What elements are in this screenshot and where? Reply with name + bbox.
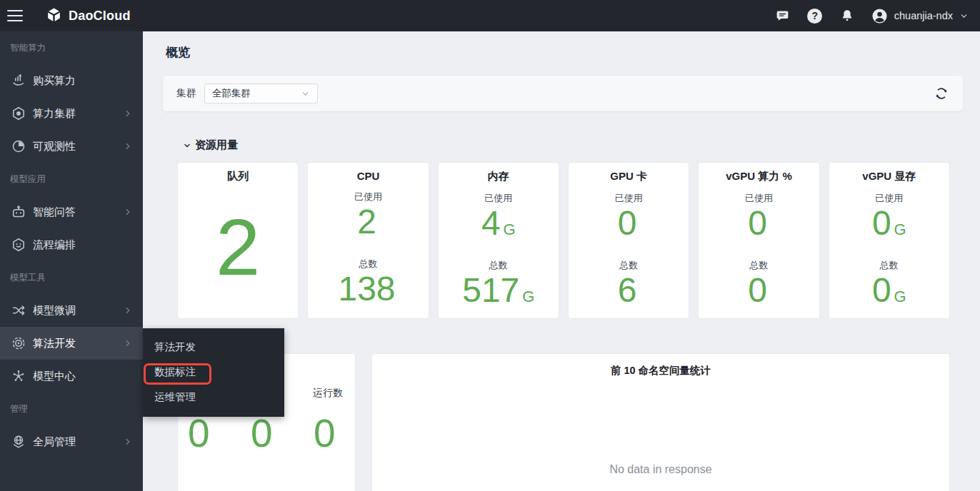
used-value: 0 (699, 206, 819, 241)
filter-bar: 集群 全部集群 (163, 76, 963, 111)
task-stat-value: 0 (251, 414, 273, 453)
used-label: 已使用 (439, 192, 559, 205)
sidebar-item-global-management[interactable]: 全局管理 (0, 425, 143, 458)
sidebar-item-algorithm-dev[interactable]: 算法开发 (0, 327, 143, 360)
chevron-right-icon (123, 437, 133, 447)
sidebar-item-label: 流程编排 (33, 238, 133, 252)
brand-name: DaoCloud (69, 9, 131, 24)
cluster-select-value: 全部集群 (212, 87, 251, 100)
total-label: 总数 (829, 259, 949, 272)
card-memory: 内存 已使用 4G 总数 517G (438, 162, 559, 319)
queue-value: 2 (178, 212, 298, 284)
daocloud-logo-icon (45, 7, 63, 25)
card-title: 内存 (439, 170, 559, 183)
sidebar-item-model-finetune[interactable]: 模型微调 (0, 294, 143, 327)
sidebar-item-label: 全局管理 (33, 435, 123, 449)
sidebar-section-management: 管理 (0, 393, 143, 425)
total-label: 总数 (569, 259, 689, 272)
chevron-down-icon (301, 89, 310, 98)
total-value: 138 (308, 272, 428, 306)
used-value: 2 (308, 205, 428, 239)
cluster-select[interactable]: 全部集群 (204, 83, 318, 103)
sidebar-item-label: 购买算力 (33, 74, 133, 88)
sidebar-item-smart-qa[interactable]: 智能问答 (0, 196, 143, 228)
used-label: 已使用 (699, 192, 819, 205)
sidebar-item-compute-cluster[interactable]: 算力集群 (0, 97, 143, 130)
used-label: 已使用 (569, 192, 689, 205)
username: chuanjia-ndx (894, 10, 953, 21)
no-data-message: No data in response (372, 463, 949, 476)
card-gpu: GPU 卡 已使用 0 总数 6 (568, 162, 689, 319)
bell-icon[interactable] (839, 8, 855, 24)
submenu-item-data-annotation[interactable]: 数据标注 (143, 360, 284, 385)
used-value: 4G (439, 206, 559, 241)
globe-icon (10, 433, 27, 450)
card-title: CPU (308, 170, 428, 182)
help-icon[interactable]: ? (807, 8, 823, 24)
algorithm-dev-submenu: 算法开发 数据标注 运维管理 (143, 328, 284, 417)
menu-icon[interactable] (7, 10, 23, 21)
sidebar-item-workflow[interactable]: 流程编排 (0, 228, 143, 261)
unit-label: G (894, 288, 906, 305)
card-title: 队列 (178, 170, 298, 183)
used-label: 已使用 (308, 191, 428, 203)
used-value: 0G (829, 206, 949, 241)
sidebar-item-buy-compute[interactable]: 购买算力 (0, 64, 143, 97)
chevron-right-icon (123, 141, 133, 151)
sidebar-item-label: 模型中心 (33, 370, 133, 383)
brand[interactable]: DaoCloud (45, 7, 131, 25)
model-hub-icon (10, 368, 27, 385)
task-stat-value: 0 (314, 414, 336, 453)
sidebar-section-model-tools: 模型工具 (0, 261, 143, 294)
card-vgpu-memory: vGPU 显存 已使用 0G 总数 0G (829, 162, 950, 319)
sidebar-item-label: 可观测性 (33, 140, 123, 153)
card-cpu: CPU 已使用 2 总数 138 (307, 162, 429, 319)
cluster-icon (10, 105, 27, 122)
sidebar-item-label: 智能问答 (33, 206, 123, 219)
chevron-down-icon (183, 141, 191, 150)
unit-label: G (894, 221, 906, 238)
total-value: 517G (439, 273, 559, 308)
sidebar-item-model-center[interactable]: 模型中心 (0, 360, 143, 393)
used-value: 0 (569, 206, 689, 241)
unit-label: G (504, 221, 516, 238)
sidebar-section-smart-compute: 智能算力 (0, 31, 143, 64)
unit-label: G (522, 288, 534, 305)
sidebar: 智能算力 购买算力 算力集群 (0, 31, 143, 491)
target-icon (10, 335, 27, 352)
chevron-down-icon (959, 11, 969, 21)
run-count-label: 运行数 (313, 387, 343, 400)
resource-section-title: 资源用量 (195, 138, 238, 152)
sidebar-section-model-apps: 模型应用 (0, 163, 143, 196)
sidebar-item-observability[interactable]: 可观测性 (0, 130, 143, 163)
chevron-right-icon (123, 305, 133, 315)
cluster-filter-label: 集群 (176, 87, 196, 100)
topbar: DaoCloud ? (0, 0, 980, 31)
submenu-item-algorithm-dev[interactable]: 算法开发 (143, 335, 284, 360)
card-title: vGPU 算力 % (699, 170, 819, 183)
avatar-icon (871, 8, 888, 24)
chevron-right-icon (123, 108, 133, 118)
refresh-icon[interactable] (934, 86, 949, 101)
total-value: 6 (569, 273, 689, 308)
resource-cards-row: 队列 2 CPU 已使用 2 总数 138 内存 已使用 4G 总数 517G … (177, 162, 950, 319)
sidebar-item-label: 模型微调 (33, 304, 123, 318)
message-icon[interactable] (775, 8, 791, 24)
sidebar-item-label: 算力集群 (33, 107, 123, 121)
resource-section-header[interactable]: 资源用量 (183, 138, 238, 152)
observability-icon (10, 138, 27, 155)
card-title: vGPU 显存 (829, 170, 949, 183)
robot-icon (10, 203, 27, 221)
card-vgpu-compute: vGPU 算力 % 已使用 0 总数 0 (698, 162, 819, 319)
chevron-right-icon (123, 338, 133, 348)
submenu-item-ops-management[interactable]: 运维管理 (143, 385, 284, 410)
total-label: 总数 (308, 258, 428, 270)
used-label: 已使用 (829, 192, 949, 205)
namespace-chart-title: 前 10 命名空间量统计 (372, 364, 949, 378)
chevron-right-icon (123, 207, 133, 217)
user-menu[interactable]: chuanjia-ndx (871, 8, 969, 24)
topbar-right: ? chuanjia-ndx (775, 8, 969, 24)
sidebar-item-label: 算法开发 (33, 337, 123, 350)
total-label: 总数 (439, 259, 559, 272)
total-label: 总数 (699, 259, 819, 272)
